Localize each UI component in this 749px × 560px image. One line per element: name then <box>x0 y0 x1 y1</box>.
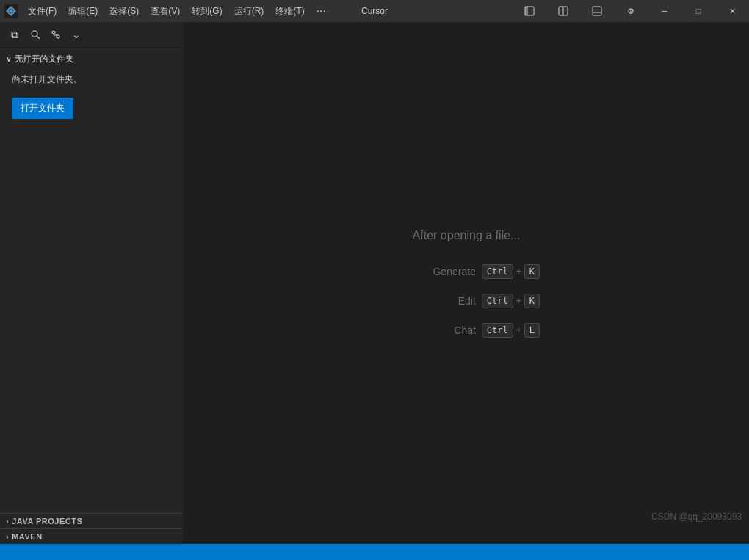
sidebar-content: ∨ 无打开的文件夹 尚未打开文件夹。 打开文件夹 <box>0 48 183 513</box>
chat-ctrl-key: Ctrl <box>482 323 513 338</box>
chat-keys: Ctrl + L <box>482 323 540 338</box>
edit-ctrl-key: Ctrl <box>482 294 513 308</box>
explorer-header[interactable]: ∨ 无打开的文件夹 <box>0 51 183 68</box>
edit-label: Edit <box>424 295 476 307</box>
explorer-section: ∨ 无打开的文件夹 尚未打开文件夹。 打开文件夹 <box>0 51 183 125</box>
search-icon[interactable] <box>26 26 44 43</box>
menu-goto[interactable]: 转到(G) <box>186 0 228 22</box>
close-button[interactable]: ✕ <box>715 0 749 22</box>
maximize-button[interactable]: □ <box>681 0 715 22</box>
chevron-icon: ∨ <box>6 55 12 63</box>
open-folder-button[interactable]: 打开文件夹 <box>12 98 73 119</box>
generate-plus: + <box>516 266 521 277</box>
menu-terminal[interactable]: 终端(T) <box>269 0 310 22</box>
window-controls: ⚙ ─ □ ✕ <box>513 0 749 22</box>
svg-point-7 <box>32 31 37 37</box>
gear-icon: ⚙ <box>627 7 634 16</box>
menu-select[interactable]: 选择(S) <box>104 0 145 22</box>
svg-rect-5 <box>593 7 601 15</box>
svg-point-9 <box>52 31 55 34</box>
chevron-down-icon[interactable]: ⌄ <box>68 26 85 43</box>
settings-button[interactable]: ⚙ <box>614 0 648 22</box>
chat-plus: + <box>516 325 521 335</box>
panel-layout-button[interactable] <box>580 0 614 22</box>
explorer-header-label: 无打开的文件夹 <box>15 54 74 65</box>
app-logo <box>0 0 22 22</box>
center-content: After opening a file... Generate Ctrl + … <box>393 229 540 338</box>
generate-keys: Ctrl + K <box>482 264 540 279</box>
chevron-right-icon: › <box>6 517 9 526</box>
new-file-icon[interactable]: ⧉ <box>6 26 23 43</box>
svg-line-8 <box>37 37 40 40</box>
sidebar-toolbar: ⧉ ⌄ <box>0 22 183 48</box>
editor-layout-button[interactable] <box>546 0 580 22</box>
menu-view[interactable]: 查看(V) <box>145 0 186 22</box>
chat-label: Chat <box>424 324 476 336</box>
edit-plus: + <box>516 296 521 306</box>
menu-run[interactable]: 运行(R) <box>228 0 270 22</box>
maven-label: MAVEN <box>12 532 42 541</box>
generate-label: Generate <box>424 266 476 277</box>
chat-shortcut-row: Chat Ctrl + L <box>393 323 540 338</box>
edit-shortcut-row: Edit Ctrl + K <box>393 294 540 308</box>
menu-edit[interactable]: 编辑(E) <box>62 0 104 22</box>
no-folder-message: 尚未打开文件夹。 <box>0 68 183 92</box>
chevron-right-icon-maven: › <box>6 532 9 541</box>
menu-more[interactable]: ··· <box>311 0 332 22</box>
generate-ctrl-key: Ctrl <box>482 264 513 279</box>
source-control-icon[interactable] <box>47 26 65 43</box>
java-projects-header[interactable]: › JAVA PROJECTS <box>0 513 183 528</box>
edit-k-key: K <box>524 294 540 308</box>
minimize-button[interactable]: ─ <box>648 0 681 22</box>
generate-shortcut-row: Generate Ctrl + K <box>393 264 540 279</box>
status-bar <box>0 544 749 560</box>
main-layout: ⧉ ⌄ ∨ 无打开的文件夹 <box>0 22 749 544</box>
chat-l-key: L <box>524 323 540 338</box>
generate-k-key: K <box>524 264 540 279</box>
sidebar-toggle-button[interactable] <box>513 0 546 22</box>
menu-file[interactable]: 文件(F) <box>22 0 62 22</box>
edit-keys: Ctrl + K <box>482 294 540 308</box>
sidebar: ⧉ ⌄ ∨ 无打开的文件夹 <box>0 22 184 544</box>
svg-rect-2 <box>525 7 528 15</box>
title-bar: 文件(F) 编辑(E) 选择(S) 查看(V) 转到(G) 运行(R) 终端(T… <box>0 0 749 22</box>
menu-bar: 文件(F) 编辑(E) 选择(S) 查看(V) 转到(G) 运行(R) 终端(T… <box>22 0 513 22</box>
maven-header[interactable]: › MAVEN <box>0 528 183 544</box>
editor-area: After opening a file... Generate Ctrl + … <box>184 22 749 544</box>
after-opening-text: After opening a file... <box>413 229 521 242</box>
java-projects-label: JAVA PROJECTS <box>12 517 82 526</box>
watermark: CSDN @qq_20093093 <box>651 512 742 522</box>
